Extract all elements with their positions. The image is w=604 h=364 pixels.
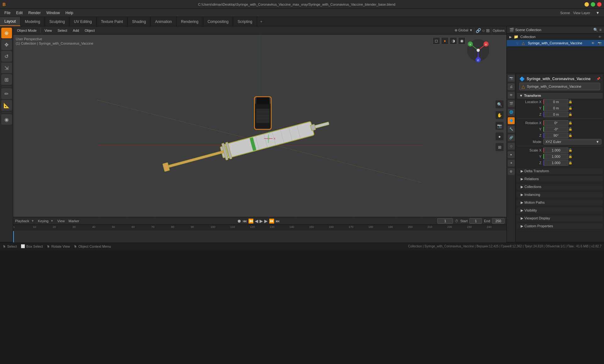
keyframe-area[interactable] [13,231,506,242]
instancing-header[interactable]: ▶ Instancing [517,192,603,198]
viewport-proportional-icon[interactable]: ○ [482,28,485,33]
status-select[interactable]: 🖱 Select [3,245,17,248]
relations-header[interactable]: ▶ Relations [517,176,603,182]
viewport-global-select[interactable]: ⊕ Global ▼ [455,28,473,32]
transport-prev-frame[interactable]: ◀ [255,218,258,223]
viewport-snap-icon[interactable]: 🔗 [476,28,481,33]
timeline-view-menu[interactable]: View [57,219,65,223]
props-tab-render[interactable]: 📷 [508,75,515,82]
navigation-gizmo[interactable]: X Y Z [466,38,491,63]
location-z-field[interactable]: 0 m [543,112,568,117]
tab-scripting[interactable]: Scripting [233,17,257,26]
tool-move[interactable]: ✥ [1,39,12,50]
rotation-mode-dropdown[interactable]: XYZ Euler ▼ [543,139,601,145]
location-x-field[interactable]: 0 m [543,99,568,105]
transport-play[interactable]: ▶ [260,218,263,223]
transport-first[interactable]: ⏮ [243,218,247,223]
viewport-options-btn[interactable]: Options [493,29,505,32]
shading-solid[interactable]: ● [441,37,449,45]
menu-scene-select[interactable]: ▼ [593,10,602,16]
menu-render[interactable]: Render [26,10,43,16]
props-tab-constraint[interactable]: 🔗 [508,134,515,141]
shading-wireframe[interactable]: ◻ [433,37,440,45]
viewport-transform-icon[interactable]: ⊞ [486,28,490,33]
delta-transform-header[interactable]: ▶ Delta Transform [517,168,603,174]
current-frame-field[interactable]: 1 [437,218,453,224]
syringe-render-vis[interactable]: 📷 [598,41,601,45]
tool-measure[interactable]: 📐 [1,100,12,111]
props-tab-particle[interactable]: ✦ [508,160,515,167]
viewport-zoom-in[interactable]: 🔍 [495,100,504,109]
viewport-grid[interactable]: ⊞ [495,143,504,152]
status-rotate[interactable]: 🖱 Rotate View [47,245,70,248]
outliner-item-syringe[interactable]: ▽ △ Syringe_with_Coronavirus_Vaccine 👁 📷 [507,40,604,46]
tab-uv-editing[interactable]: UV Editing [70,17,97,26]
tool-transform[interactable]: ⊞ [1,74,12,85]
viewport-select-menu[interactable]: Select [56,28,69,33]
transport-record[interactable]: ⏺ [237,218,241,223]
scale-y-field[interactable]: 1.000 [543,154,568,159]
tab-rendering[interactable]: Rendering [176,17,203,26]
viewport-3d[interactable]: X Y User Perspective (1) Collection | Sy… [13,35,506,217]
rotation-y-lock[interactable]: 🔓 [568,127,572,131]
props-tab-material[interactable]: ● [508,151,515,158]
menu-help[interactable]: Help [63,10,76,16]
transport-next-keyframe[interactable]: ⏩ [269,218,274,223]
scale-z-field[interactable]: 1.000 [543,160,568,166]
visibility-header[interactable]: ▶ Visibility [517,207,603,213]
tab-shading[interactable]: Shading [128,17,151,26]
shading-material[interactable]: ◑ [450,37,457,45]
props-tab-object[interactable]: 🔷 [508,117,515,124]
transport-prev-keyframe[interactable]: ⏪ [248,218,254,223]
syringe-visibility[interactable]: 👁 [591,41,595,45]
tool-rotate[interactable]: ↺ [1,51,12,62]
tab-animation[interactable]: Animation [151,17,176,26]
rotation-z-lock[interactable]: 🔓 [568,134,572,137]
close-button[interactable] [597,2,601,7]
transform-header[interactable]: ▼ Transform [517,92,603,99]
outliner-search-icon[interactable]: 🔍 [593,28,598,32]
viewport-camera[interactable]: 📷 [495,121,504,130]
tool-annotate[interactable]: ✏ [1,88,12,99]
location-x-lock[interactable]: 🔓 [568,100,572,103]
rotation-x-lock[interactable]: 🔓 [568,121,572,124]
scale-x-lock[interactable]: 🔓 [568,148,572,152]
tab-compositing[interactable]: Compositing [203,17,233,26]
menu-edit[interactable]: Edit [14,10,25,16]
collections-header[interactable]: ▶ Collections [517,184,603,190]
status-context-menu[interactable]: 🖱 Object Context Menu [74,245,111,248]
props-tab-output[interactable]: 🖨 [508,83,515,90]
tab-sculpting[interactable]: Sculpting [45,17,70,26]
end-frame-field[interactable]: 250 [492,218,505,224]
props-tab-scene[interactable]: 🎬 [508,100,515,107]
viewport-add-menu[interactable]: Add [71,28,81,33]
outliner-filter-icon[interactable]: ≡ [599,28,601,32]
viewport-mode-selector[interactable]: Object Mode [15,28,38,33]
viewport-display-header[interactable]: ▶ Viewport Display [517,215,603,221]
status-box-select[interactable]: ⬜ Box Select [21,244,43,248]
props-tab-physics[interactable]: ⚙ [508,168,515,175]
props-obj-name-field[interactable]: △ Syringe_with_Coronavirus_Vaccine [519,83,600,90]
props-pin-icon[interactable]: 📌 [596,77,600,80]
transport-next-frame[interactable]: ▶ [264,218,268,223]
timeline-marker-menu[interactable]: Marker [69,219,79,223]
transport-last[interactable]: ⏭ [276,218,280,223]
minimize-button[interactable] [584,2,589,7]
scale-y-lock[interactable]: 🔓 [568,155,572,158]
viewport-shading-solid[interactable]: ● [495,132,504,141]
rotation-z-field[interactable]: 90° [543,133,568,138]
motion-paths-header[interactable]: ▶ Motion Paths [517,200,603,206]
props-tab-world[interactable]: 🌐 [508,109,515,116]
menu-file[interactable]: File [2,10,13,16]
collection-visibility[interactable]: 👁 [598,35,601,39]
location-y-field[interactable]: 0 m [543,105,568,111]
scale-x-field[interactable]: 1.000 [543,147,568,153]
menu-window[interactable]: Window [44,10,62,16]
shading-rendered[interactable]: ◉ [458,37,466,45]
add-workspace-button[interactable]: + [257,17,266,26]
timeline-playback-menu[interactable]: Playback [15,219,29,223]
maximize-button[interactable] [591,2,595,7]
tab-texture-paint[interactable]: Texture Paint [97,17,128,26]
tab-modeling[interactable]: Modeling [20,17,45,26]
location-y-lock[interactable]: 🔓 [568,106,572,110]
